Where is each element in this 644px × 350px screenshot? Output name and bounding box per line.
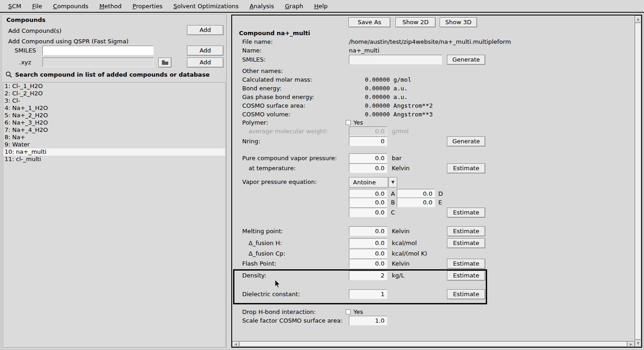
fusion-cp-row: Δ_fusion Cp: kcal/(mol K)	[238, 249, 626, 259]
cosmo-volume-value: 0.00000 Angstrom**3	[365, 111, 433, 118]
estimate-dielectric-button[interactable]: Estimate	[447, 289, 485, 299]
gas-bond-energy-value: 0.00000 a.u.	[365, 94, 408, 100]
vertical-scroll-thumb[interactable]	[635, 23, 641, 340]
list-item[interactable]: 5: Na+_2_H2O	[3, 112, 225, 119]
smiles-input[interactable]	[42, 46, 154, 55]
xyz-input[interactable]	[42, 57, 154, 67]
estimate-density-button[interactable]: Estimate	[447, 271, 485, 281]
dielectric-label: Dielectric constant:	[242, 291, 300, 298]
compounds-panel-title: Compounds	[6, 16, 46, 23]
list-item[interactable]: 2: Cl-_2_H2O	[3, 90, 225, 97]
coeff-e-input[interactable]	[397, 198, 435, 207]
coeff-c-input[interactable]	[349, 208, 387, 217]
molar-mass-value: 0.00000 g/mol	[365, 76, 411, 83]
show-3d-button[interactable]: Show 3D	[440, 17, 477, 27]
estimate-melting-point-button[interactable]: Estimate	[447, 226, 485, 236]
cosmo-area-label: COSMO surface area:	[242, 102, 306, 109]
polymer-label: Polymer:	[242, 119, 268, 126]
horizontal-scrollbar[interactable]: ◀ ▶	[232, 341, 634, 347]
add-compounds-button[interactable]: Add	[187, 25, 223, 35]
list-item[interactable]: 3: Cl-	[3, 97, 225, 104]
estimate-coeffs-button[interactable]: Estimate	[447, 208, 485, 218]
scroll-right-button[interactable]: ▶	[628, 341, 634, 347]
coeff-b-input[interactable]	[349, 198, 387, 207]
scroll-up-button[interactable]: ▲	[635, 16, 641, 22]
list-item[interactable]: 4: Na+_1_H2O	[3, 104, 225, 112]
fusion-cp-unit: kcal/(mol K)	[392, 250, 427, 257]
fusion-h-input[interactable]	[349, 238, 387, 248]
menu-analysis[interactable]: Analysis	[245, 2, 279, 10]
list-item[interactable]: 10: na+_multi	[3, 148, 225, 156]
coeff-c-label: C	[391, 209, 395, 216]
nring-input[interactable]	[349, 136, 387, 146]
search-icon	[5, 71, 12, 78]
menu-properties[interactable]: Properties	[128, 2, 167, 10]
scale-factor-row: Scale factor COSMO surface area:	[238, 316, 626, 326]
coeff-d-input[interactable]	[397, 189, 435, 199]
generate-nring-button[interactable]: Generate	[447, 136, 485, 146]
generate-smiles-button[interactable]: Generate	[447, 55, 485, 65]
dielectric-input[interactable]	[349, 289, 387, 299]
melting-point-unit: Kelvin	[392, 228, 410, 235]
vp-equation-row: Vapor pressure equation: Antoine ▼	[238, 177, 626, 188]
detail-title: Compound na+_multi	[239, 30, 310, 37]
melting-point-input[interactable]	[349, 226, 387, 236]
list-item[interactable]: 8: Na+	[3, 134, 225, 141]
menu-bar: SCMFileCompoundsMethodPropertiesSolvent …	[0, 0, 644, 13]
menu-file[interactable]: File	[28, 2, 47, 10]
menu-compounds[interactable]: Compounds	[48, 2, 93, 10]
menu-graph[interactable]: Graph	[280, 2, 308, 10]
browse-xyz-button[interactable]	[158, 57, 171, 68]
scroll-left-button[interactable]: ◀	[232, 341, 239, 347]
molar-mass-label: Calculated molar mass:	[242, 76, 312, 83]
flash-point-input[interactable]	[349, 259, 387, 268]
detail-smiles-input[interactable]	[349, 55, 442, 64]
list-item[interactable]: 9: Water	[3, 141, 225, 148]
at-temperature-row: at temperature: Kelvin Estimate	[238, 163, 626, 174]
search-row[interactable]: Search compound in list of added compoun…	[3, 70, 225, 82]
vp-equation-select[interactable]: Antoine	[349, 177, 388, 188]
density-input[interactable]	[349, 271, 387, 280]
add-xyz-button[interactable]: Add	[187, 57, 223, 68]
vapor-pressure-input[interactable]	[349, 153, 387, 163]
list-item[interactable]: 7: Na+_4_H2O	[3, 126, 225, 134]
other-names-label: Other names:	[242, 68, 283, 74]
scroll-up-icon: ▲	[637, 17, 639, 21]
at-temperature-input[interactable]	[349, 163, 387, 173]
estimate-vapor-pressure-button[interactable]: Estimate	[447, 163, 485, 173]
avg-mol-weight-input[interactable]	[349, 126, 387, 136]
fusion-cp-input[interactable]	[349, 249, 387, 258]
horizontal-scroll-thumb[interactable]	[239, 341, 627, 347]
dropdown-arrow-icon[interactable]: ▼	[389, 177, 397, 188]
polymer-checkbox-label: Yes	[353, 119, 363, 126]
list-item[interactable]: 11: cl-_multi	[3, 156, 225, 163]
menu-scm[interactable]: SCM	[4, 2, 26, 10]
smiles-row: SMILES: Generate	[238, 55, 626, 65]
show-2d-button[interactable]: Show 2D	[395, 17, 436, 27]
coeff-a-input[interactable]	[349, 189, 387, 199]
menu-solvent-optimizations[interactable]: Solvent Optimizations	[169, 2, 243, 10]
estimate-fusion-h-button[interactable]: Estimate	[447, 238, 485, 248]
menu-help[interactable]: Help	[310, 2, 332, 10]
avg-mol-weight-label: average molecular weight:	[249, 128, 328, 135]
drop-hbond-checkbox[interactable]	[346, 309, 351, 314]
menu-method[interactable]: Method	[95, 2, 126, 10]
list-item[interactable]: 1: Cl-_1_H2O	[3, 83, 225, 90]
search-label: Search compound in list of added compoun…	[15, 71, 209, 78]
dielectric-row: Dielectric constant: Estimate	[238, 289, 626, 300]
compound-list[interactable]: 1: Cl-_1_H2O2: Cl-_2_H2O3: Cl-4: Na+_1_H…	[3, 82, 226, 347]
melting-point-row: Melting point: Kelvin Estimate	[238, 226, 626, 237]
save-as-button[interactable]: Save As	[348, 17, 390, 27]
fusion-cp-label: Δ_fusion Cp:	[249, 250, 286, 257]
density-row: Density: kg/L Estimate	[238, 271, 626, 281]
app-window: { "menu": { "items": [ { "label": "SCM" …	[0, 0, 644, 350]
add-smiles-button[interactable]: Add	[187, 46, 223, 56]
vertical-scrollbar[interactable]: ▲ ▼	[634, 16, 641, 347]
fusion-h-unit: kcal/mol	[392, 240, 417, 246]
scale-factor-input[interactable]	[349, 316, 387, 325]
polymer-checkbox[interactable]	[346, 120, 351, 125]
scroll-down-button[interactable]: ▼	[635, 340, 641, 347]
avg-mol-weight-unit: g/mol	[392, 128, 409, 135]
list-item[interactable]: 6: Na+_3_H2O	[3, 119, 225, 126]
estimate-flash-point-button[interactable]: Estimate	[447, 259, 485, 269]
